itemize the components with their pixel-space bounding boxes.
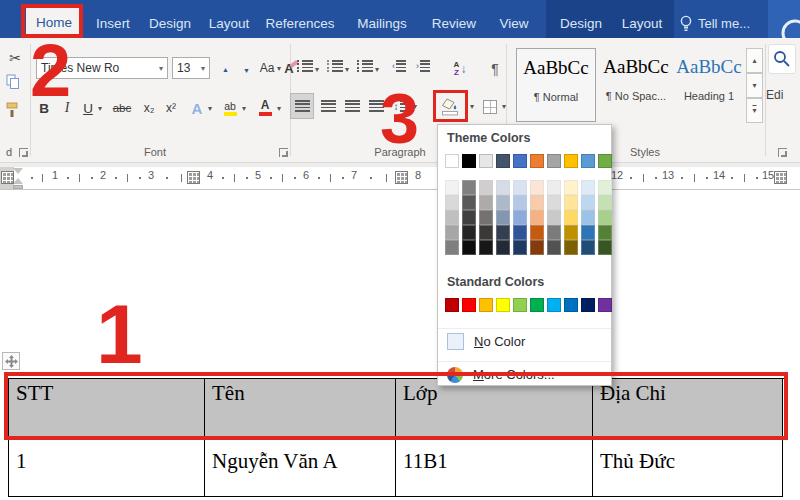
- tab-design[interactable]: Design: [142, 9, 198, 38]
- theme-color-swatch[interactable]: [513, 154, 527, 168]
- theme-color-swatch[interactable]: [564, 154, 578, 168]
- styles-scroll-down-button[interactable]: ▾: [746, 73, 763, 98]
- clear-formatting-button[interactable]: A: [282, 57, 296, 79]
- theme-variant-swatch[interactable]: [445, 225, 459, 240]
- styles-dialog-launcher[interactable]: [778, 148, 787, 157]
- theme-variant-swatch[interactable]: [496, 180, 510, 195]
- increase-indent-button[interactable]: ›: [416, 60, 430, 72]
- clipboard-dialog-launcher[interactable]: [19, 148, 28, 157]
- theme-variant-swatch[interactable]: [479, 210, 493, 225]
- theme-color-swatch[interactable]: [530, 154, 544, 168]
- standard-color-swatch[interactable]: [598, 298, 612, 312]
- theme-color-swatch[interactable]: [547, 154, 561, 168]
- multilevel-list-button[interactable]: [357, 60, 373, 72]
- standard-color-swatch[interactable]: [581, 298, 595, 312]
- tab-view[interactable]: View: [490, 9, 538, 38]
- theme-variant-swatch[interactable]: [581, 240, 595, 255]
- theme-variant-swatch[interactable]: [513, 240, 527, 255]
- theme-variant-swatch[interactable]: [598, 195, 612, 210]
- theme-variant-swatch[interactable]: [547, 210, 561, 225]
- theme-variant-swatch[interactable]: [547, 180, 561, 195]
- theme-color-swatch[interactable]: [462, 154, 476, 168]
- shrink-font-button[interactable]: ▼: [237, 59, 253, 79]
- theme-variant-swatch[interactable]: [462, 225, 476, 240]
- font-color-button[interactable]: A: [255, 96, 275, 119]
- table-column-marker[interactable]: [774, 171, 787, 184]
- theme-variant-swatch[interactable]: [479, 195, 493, 210]
- left-indent-marker[interactable]: [13, 185, 23, 189]
- standard-color-swatch[interactable]: [479, 298, 493, 312]
- theme-variant-swatch[interactable]: [581, 225, 595, 240]
- theme-variant-swatch[interactable]: [547, 240, 561, 255]
- theme-variant-swatch[interactable]: [445, 240, 459, 255]
- borders-button[interactable]: [480, 96, 500, 118]
- bullets-button[interactable]: [297, 60, 313, 72]
- sort-button[interactable]: A Z ↓: [448, 57, 472, 81]
- theme-variant-swatch[interactable]: [445, 180, 459, 195]
- theme-variant-swatch[interactable]: [479, 180, 493, 195]
- tab-tabletools-layout[interactable]: Layout: [614, 9, 670, 38]
- table-column-marker[interactable]: [1, 171, 14, 184]
- theme-color-swatch[interactable]: [445, 154, 459, 168]
- theme-variant-swatch[interactable]: [496, 210, 510, 225]
- theme-variant-swatch[interactable]: [547, 195, 561, 210]
- theme-variant-swatch[interactable]: [462, 210, 476, 225]
- theme-variant-swatch[interactable]: [598, 210, 612, 225]
- tab-tabletools-design[interactable]: Design: [552, 9, 610, 38]
- theme-variant-swatch[interactable]: [530, 180, 544, 195]
- theme-color-swatch[interactable]: [496, 154, 510, 168]
- table-column-marker[interactable]: [395, 171, 408, 184]
- cell-lop[interactable]: 11B1: [396, 438, 593, 497]
- text-effects-button[interactable]: A: [188, 96, 206, 120]
- standard-color-swatch[interactable]: [564, 298, 578, 312]
- highlight-button[interactable]: ab: [220, 97, 240, 119]
- standard-color-swatch[interactable]: [445, 298, 459, 312]
- theme-color-swatch[interactable]: [581, 154, 595, 168]
- no-color-item[interactable]: No Color: [438, 328, 611, 353]
- theme-variant-swatch[interactable]: [462, 240, 476, 255]
- theme-variant-swatch[interactable]: [513, 210, 527, 225]
- standard-color-swatch[interactable]: [547, 298, 561, 312]
- align-right-button[interactable]: [340, 93, 364, 119]
- theme-variant-swatch[interactable]: [496, 240, 510, 255]
- theme-variant-swatch[interactable]: [598, 225, 612, 240]
- theme-variant-swatch[interactable]: [530, 195, 544, 210]
- theme-variant-swatch[interactable]: [581, 195, 595, 210]
- style-card-heading1[interactable]: AaBbCc Heading 1: [674, 48, 744, 122]
- standard-color-swatch[interactable]: [530, 298, 544, 312]
- cell-stt[interactable]: 1: [9, 438, 205, 497]
- theme-variant-swatch[interactable]: [598, 180, 612, 195]
- theme-variant-swatch[interactable]: [564, 180, 578, 195]
- format-painter-button[interactable]: [5, 102, 19, 118]
- theme-variant-swatch[interactable]: [530, 240, 544, 255]
- tab-insert[interactable]: Insert: [88, 9, 138, 38]
- superscript-button[interactable]: x²: [161, 96, 181, 120]
- theme-variant-swatch[interactable]: [513, 180, 527, 195]
- tab-references[interactable]: References: [258, 9, 342, 38]
- style-card-normal[interactable]: AaBbCc ¶ Normal: [516, 48, 596, 122]
- style-card-no-spacing[interactable]: AaBbCc ¶ No Spac...: [600, 48, 672, 122]
- theme-variant-swatch[interactable]: [462, 195, 476, 210]
- theme-variant-swatch[interactable]: [513, 195, 527, 210]
- first-line-indent-marker[interactable]: [13, 168, 23, 174]
- tab-review[interactable]: Review: [424, 9, 484, 38]
- theme-variant-swatch[interactable]: [530, 210, 544, 225]
- show-formatting-marks-button[interactable]: ¶: [486, 57, 504, 81]
- styles-scroll-up-button[interactable]: ▴: [746, 48, 763, 73]
- align-left-button[interactable]: [290, 93, 314, 119]
- hanging-indent-marker[interactable]: [13, 178, 23, 184]
- theme-variant-swatch[interactable]: [564, 210, 578, 225]
- subscript-button[interactable]: x₂: [139, 96, 159, 120]
- change-case-button[interactable]: Aa: [256, 57, 278, 79]
- numbering-button[interactable]: [327, 60, 343, 72]
- theme-variant-swatch[interactable]: [581, 210, 595, 225]
- theme-variant-swatch[interactable]: [598, 240, 612, 255]
- theme-variant-swatch[interactable]: [547, 225, 561, 240]
- theme-color-swatch[interactable]: [479, 154, 493, 168]
- horizontal-ruler[interactable]: 1234567812131415: [0, 167, 800, 190]
- theme-variant-swatch[interactable]: [445, 210, 459, 225]
- theme-variant-swatch[interactable]: [496, 195, 510, 210]
- theme-variant-swatch[interactable]: [530, 225, 544, 240]
- theme-variant-swatch[interactable]: [564, 195, 578, 210]
- tell-me-box[interactable]: Tell me...: [680, 9, 750, 38]
